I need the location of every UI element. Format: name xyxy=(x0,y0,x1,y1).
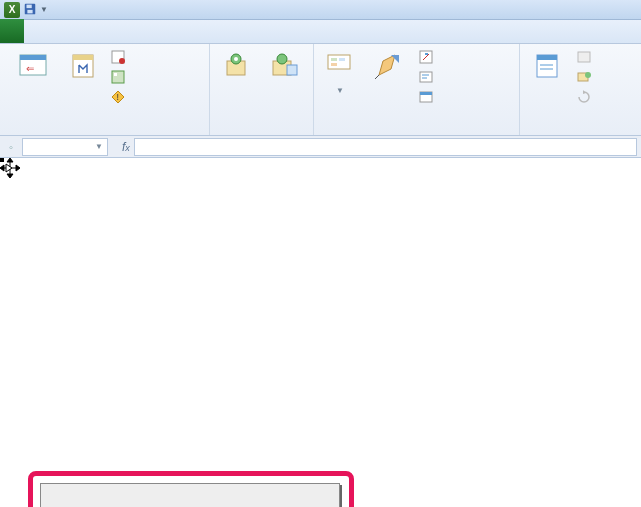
svg-rect-2 xyxy=(27,9,32,13)
svg-rect-38 xyxy=(578,52,590,62)
svg-text:⇐: ⇐ xyxy=(26,63,34,74)
svg-rect-4 xyxy=(20,55,46,60)
formula-input[interactable] xyxy=(134,138,637,156)
record-icon xyxy=(110,49,126,65)
map-properties-button xyxy=(574,48,597,66)
form-button-2[interactable] xyxy=(40,483,340,507)
svg-rect-10 xyxy=(112,71,124,83)
namebox-bullet: ◦ xyxy=(0,141,22,153)
svg-marker-46 xyxy=(0,165,4,171)
svg-marker-47 xyxy=(16,165,20,171)
run-dialog-button[interactable] xyxy=(416,88,439,106)
svg-point-16 xyxy=(234,57,238,61)
svg-rect-1 xyxy=(27,4,32,8)
dialog-icon xyxy=(418,89,434,105)
qat-dropdown-icon[interactable]: ▼ xyxy=(40,5,48,14)
svg-rect-20 xyxy=(328,55,350,69)
group-addin-label xyxy=(216,130,307,135)
addin-icon xyxy=(220,50,252,82)
pack-icon xyxy=(576,69,592,85)
svg-point-18 xyxy=(277,54,287,64)
expansion-pack-button[interactable] xyxy=(574,68,597,86)
ribbon-group-code: ⇐ ! xyxy=(0,44,210,135)
map-icon xyxy=(576,49,592,65)
svg-rect-22 xyxy=(339,58,345,61)
macro-icon xyxy=(68,50,100,82)
ribbon-group-controls: ▼ xyxy=(314,44,520,135)
security-icon: ! xyxy=(110,89,126,105)
move-cursor-icon xyxy=(0,158,18,176)
ribbon-group-xml xyxy=(520,44,641,135)
svg-rect-19 xyxy=(287,65,297,75)
com-addin-icon xyxy=(268,50,300,82)
refresh-icon xyxy=(576,89,592,105)
com-addins-button[interactable] xyxy=(261,46,307,84)
source-button[interactable] xyxy=(526,46,570,84)
namebox-dropdown-icon[interactable]: ▼ xyxy=(95,142,103,151)
svg-rect-11 xyxy=(114,73,117,76)
properties-button[interactable] xyxy=(416,48,439,66)
macro-security-button[interactable]: ! xyxy=(108,88,131,106)
svg-marker-44 xyxy=(7,158,13,162)
ribbon: ⇐ ! xyxy=(0,44,641,136)
properties-icon xyxy=(418,49,434,65)
svg-rect-23 xyxy=(331,63,337,66)
svg-line-26 xyxy=(375,75,379,79)
svg-rect-33 xyxy=(420,92,432,95)
design-mode-button[interactable] xyxy=(364,46,412,84)
svg-text:!: ! xyxy=(117,92,120,102)
visual-basic-button[interactable]: ⇐ xyxy=(6,46,60,84)
relref-icon xyxy=(110,69,126,85)
svg-rect-35 xyxy=(537,55,557,60)
insert-icon xyxy=(324,50,356,82)
insert-control-button[interactable]: ▼ xyxy=(320,46,360,95)
macros-button[interactable] xyxy=(64,46,104,84)
refresh-data-button xyxy=(574,88,597,106)
save-icon[interactable] xyxy=(23,2,37,18)
svg-marker-24 xyxy=(379,55,395,75)
svg-point-40 xyxy=(585,72,591,78)
ribbon-group-addins xyxy=(210,44,314,135)
svg-marker-45 xyxy=(7,174,13,178)
record-macro-button[interactable] xyxy=(108,48,131,66)
relative-ref-button[interactable] xyxy=(108,68,131,86)
dropdown-icon: ▼ xyxy=(336,86,344,95)
svg-rect-21 xyxy=(331,58,337,61)
viewcode-icon xyxy=(418,69,434,85)
file-tab[interactable] xyxy=(0,19,24,43)
svg-marker-48 xyxy=(6,164,12,172)
formula-bar-row: ◦ ▼ fx xyxy=(0,136,641,158)
group-xml-label xyxy=(526,130,635,135)
app-icon: X xyxy=(4,2,20,18)
ribbon-tabstrip xyxy=(0,20,641,44)
name-box[interactable]: ▼ xyxy=(22,138,108,156)
fx-icon[interactable]: fx xyxy=(122,140,130,154)
design-icon xyxy=(372,50,404,82)
group-code-label xyxy=(6,130,203,135)
quick-access-toolbar: X ▼ xyxy=(4,2,48,18)
svg-rect-28 xyxy=(425,53,428,55)
view-code-button[interactable] xyxy=(416,68,439,86)
vb-icon: ⇐ xyxy=(17,50,49,82)
svg-point-9 xyxy=(119,58,125,64)
source-icon xyxy=(532,50,564,82)
title-bar: X ▼ xyxy=(0,0,641,20)
svg-rect-29 xyxy=(420,72,432,82)
svg-rect-7 xyxy=(73,55,93,60)
group-ctrl-label xyxy=(320,130,513,135)
addins-button[interactable] xyxy=(216,46,257,84)
